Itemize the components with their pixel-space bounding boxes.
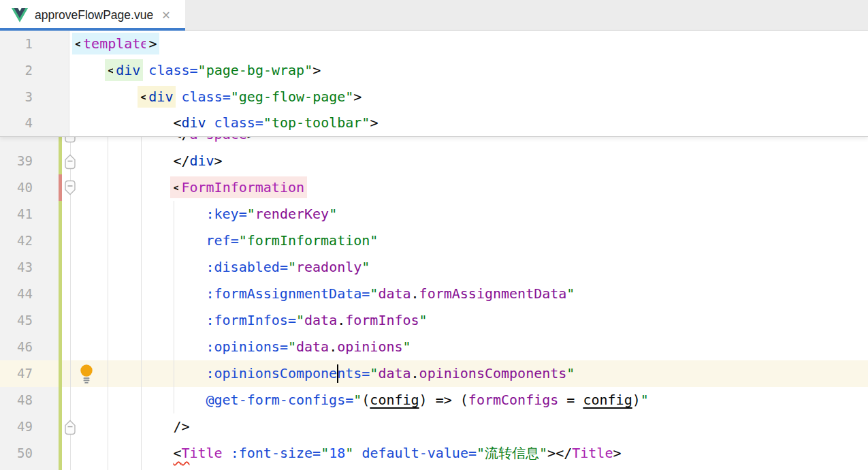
code-token: >: [353, 89, 361, 105]
code-text: </a-space>: [173, 137, 255, 148]
code-token: "page-bg-wrap": [198, 62, 313, 78]
intention-bulb-icon[interactable]: [79, 364, 94, 384]
code-line-47[interactable]: 47:opinionsComponents="data.opinionsComp…: [0, 360, 868, 387]
code-token: .: [337, 312, 345, 328]
code-token: >: [214, 153, 223, 169]
code-line-50[interactable]: 50<Title :font-size="18" default-value="…: [0, 440, 868, 467]
code-token: ": [288, 259, 296, 275]
code-text: <Title :font-size="18" default-value="流转…: [173, 440, 621, 467]
code-text: <FormInformation: [173, 174, 304, 201]
code-line-2[interactable]: 2<div class="page-bg-wrap">: [0, 57, 868, 84]
code-token: ": [419, 312, 428, 328]
code-token: ref: [206, 232, 231, 249]
code-token: =: [231, 232, 239, 249]
fold-up-icon[interactable]: [63, 137, 77, 144]
code-editor[interactable]: </a-space>39</div>40<FormInformation41:k…: [0, 137, 868, 470]
code-text: ref="formInformation": [206, 228, 379, 254]
code-token: opinionsComponents: [419, 365, 567, 381]
code-token: "top-toolbar": [263, 114, 370, 131]
code-token: data: [304, 312, 337, 328]
code-token: [173, 89, 181, 105]
tab-title: approveFlowPage.vue: [35, 8, 153, 22]
code-token: =: [312, 445, 321, 461]
code-token: :font-size: [231, 445, 312, 461]
code-text: @get-form-configs="(config) => (formConf…: [206, 387, 649, 413]
code-token: .: [411, 365, 419, 381]
code-token: =: [280, 339, 288, 355]
code-token: :formInfos: [206, 312, 288, 328]
code-token: Title: [572, 445, 613, 461]
code-token: ": [345, 445, 353, 461]
code-token: "formInformation": [239, 232, 379, 249]
code-token: renderKey: [255, 206, 329, 222]
code-token: ": [566, 285, 575, 302]
code-token: >: [613, 445, 621, 461]
code-token: ": [296, 312, 304, 328]
vue-logo-icon: [12, 8, 28, 22]
code-token: readonly: [296, 259, 361, 275]
code-line-42[interactable]: 42ref="formInformation": [0, 228, 868, 254]
code-line-3[interactable]: 3<div class="geg-flow-page">: [0, 84, 868, 110]
code-token: .: [411, 285, 419, 302]
line-number: 44: [0, 281, 33, 307]
text-caret: [337, 364, 338, 383]
line-number: 3: [0, 84, 33, 110]
code-token: class: [148, 62, 189, 78]
code-line-48[interactable]: 48@get-form-configs="(config) => (formCo…: [0, 387, 868, 413]
code-token: ": [370, 365, 378, 381]
code-token: =: [468, 445, 477, 461]
code-line-1[interactable]: 1<template>: [0, 31, 868, 57]
code-token: ": [370, 285, 378, 302]
code-line-49[interactable]: 49/>: [0, 413, 868, 440]
code-token: :opinions: [206, 339, 280, 355]
code-token: div: [189, 153, 214, 169]
code-token: ) => (: [419, 392, 468, 408]
code-token: </: [173, 137, 189, 142]
tab-approveflowpage[interactable]: approveFlowPage.vue ✕: [0, 0, 185, 31]
code-token: config: [583, 392, 632, 408]
code-token: (: [361, 392, 370, 408]
code-line-41[interactable]: 41:key="renderKey": [0, 201, 868, 228]
code-line-39[interactable]: 39</div>: [0, 148, 868, 174]
line-number: 2: [0, 57, 33, 84]
code-token: ": [403, 339, 411, 355]
code-token: 18: [329, 445, 345, 461]
code-token: [140, 62, 148, 78]
code-token: >: [247, 137, 255, 142]
code-text: :formInfos="data.formInfos": [206, 307, 428, 334]
code-token: itle: [189, 445, 222, 461]
code-token: ": [353, 392, 361, 408]
line-number: 42: [0, 228, 33, 254]
code-token: ": [247, 206, 255, 222]
code-token: [353, 445, 361, 461]
code-line-43[interactable]: 43:disabled="readonly": [0, 254, 868, 281]
code-token: ": [361, 259, 370, 275]
sticky-lines-panel: 1<template>2<div class="page-bg-wrap">3<…: [0, 31, 868, 137]
code-token: =: [280, 259, 288, 275]
code-line[interactable]: </a-space>: [0, 137, 868, 148]
code-token: formConfigs: [468, 392, 558, 408]
code-line-4[interactable]: 4<div class="top-toolbar">: [0, 110, 868, 136]
code-line-44[interactable]: 44:formAssignmentData="data.formAssignme…: [0, 281, 868, 307]
code-line-46[interactable]: 46:opinions="data.opinions": [0, 334, 868, 360]
code-text: :disabled="readonly": [206, 254, 370, 281]
code-token: =: [345, 392, 353, 408]
code-token: config: [370, 392, 419, 408]
code-line-40[interactable]: 40<FormInformation: [0, 174, 868, 201]
code-token: [206, 114, 214, 131]
code-line-45[interactable]: 45:formInfos="data.formInfos": [0, 307, 868, 334]
code-token: a-space: [189, 137, 246, 142]
code-token: div: [181, 114, 206, 131]
code-token: <: [173, 114, 181, 131]
fold-up-icon[interactable]: [63, 418, 77, 436]
code-token: ): [632, 392, 641, 408]
tab-close-icon[interactable]: ✕: [161, 9, 170, 22]
line-number: 40: [0, 174, 33, 201]
code-token: [223, 445, 231, 461]
code-token: >: [148, 35, 157, 52]
fold-down-icon[interactable]: [63, 179, 77, 197]
code-token: data: [378, 365, 411, 381]
code-token: opinions: [337, 339, 402, 355]
fold-up-icon[interactable]: [63, 153, 77, 170]
code-token: ": [288, 339, 296, 355]
